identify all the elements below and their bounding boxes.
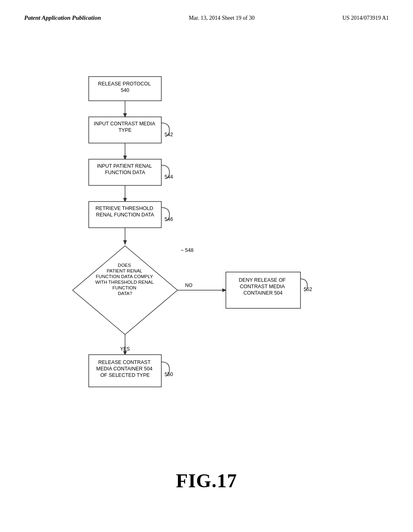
no-label: NO — [185, 283, 192, 288]
header-publication-label: Patent Application Publication — [24, 15, 101, 21]
figure-label: FIG.17 — [176, 470, 237, 492]
node-546-label: 546 — [165, 216, 173, 222]
header-patent-number: US 2014/073919 A1 — [342, 15, 389, 21]
node-552-text: DENY RELEASE OF CONTRAST MEDIA CONTAINER… — [239, 277, 287, 296]
yes-label: YES — [120, 346, 130, 352]
node-544-label: 544 — [165, 174, 173, 180]
page-header: Patent Application Publication Mar. 13, … — [0, 0, 413, 21]
node-550-label: 550 — [165, 372, 173, 377]
node-552-label: 552 — [304, 287, 312, 292]
flowchart-svg: RELEASE PROTOCOL 540 INPUT CONTRAST MEDI… — [0, 64, 413, 427]
node-548-diamond — [73, 246, 177, 335]
header-date-sheet: Mar. 13, 2014 Sheet 19 of 30 — [189, 15, 254, 21]
flowchart-area: RELEASE PROTOCOL 540 INPUT CONTRAST MEDI… — [0, 64, 413, 427]
node-550-text: RELEASE CONTRAST MEDIA CONTAINER 504 OF … — [96, 360, 154, 378]
node-548-label: ~ 548 — [181, 247, 194, 253]
